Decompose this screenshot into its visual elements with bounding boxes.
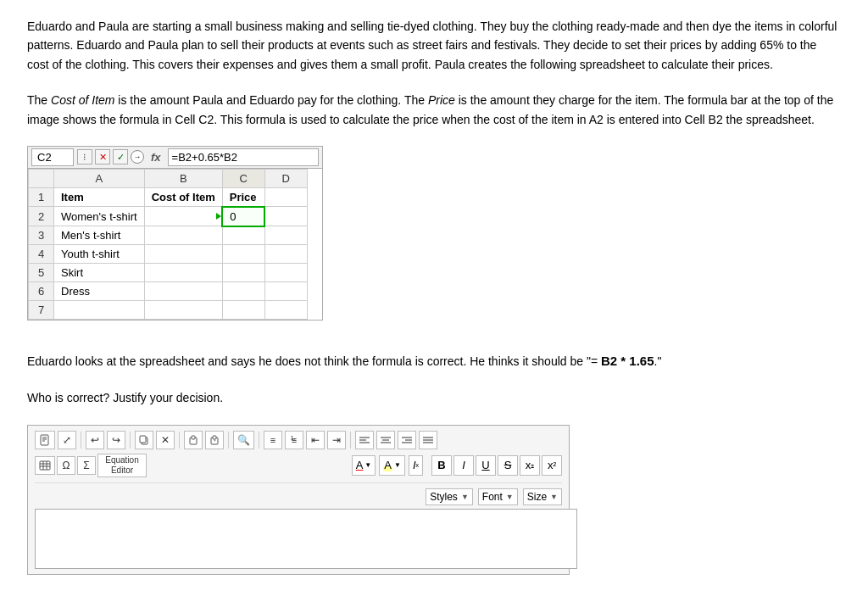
paste-btn[interactable] [184, 431, 203, 449]
col-header-d[interactable]: D [264, 169, 307, 187]
align-right-btn[interactable] [398, 431, 416, 449]
equation-editor-btn[interactable]: Equation Editor [97, 454, 147, 477]
table-row: 2 Women's t-shirt 0 [29, 207, 308, 226]
cell-d2[interactable] [264, 207, 307, 226]
col-header-corner [29, 169, 54, 187]
cell-d1[interactable] [264, 187, 307, 207]
list-btn[interactable]: ≡ [264, 431, 282, 449]
row-num-3: 3 [29, 226, 54, 245]
styles-font-row: Styles ▼ Font ▼ Size ▼ [35, 482, 562, 505]
sep-3 [179, 432, 180, 449]
align-left-btn[interactable] [355, 431, 374, 449]
indent-left-btn[interactable]: ⇤ [306, 431, 325, 449]
expand-icon-btn[interactable]: ⤢ [58, 431, 76, 449]
cell-d5[interactable] [264, 264, 307, 282]
formula-controls: ⁝ ✕ ✓ → [77, 149, 144, 164]
row-num-6: 6 [29, 282, 54, 301]
font-color-btn[interactable]: A ▼ [352, 455, 376, 476]
cancel-formula-btn[interactable]: ✕ [95, 149, 110, 164]
paste-special-btn[interactable]: + [205, 431, 224, 449]
paragraph-2: The Cost of Item is the amount Paula and… [27, 91, 841, 129]
cell-d3[interactable] [264, 226, 307, 245]
cell-a1[interactable]: Item [54, 187, 145, 207]
underline-btn[interactable]: U [476, 455, 496, 476]
table-row: 3 Men's t-shirt [29, 226, 308, 245]
size-arrow: ▼ [550, 493, 558, 501]
cell-c5[interactable] [222, 264, 264, 282]
paragraph-2-italic1: Cost of Item [51, 93, 114, 107]
redo-btn[interactable]: ↪ [107, 431, 125, 449]
font-dropdown[interactable]: Font ▼ [478, 488, 518, 505]
cell-b7[interactable] [144, 301, 222, 320]
cell-a6[interactable]: Dress [54, 282, 145, 301]
table-row: 5 Skirt [29, 264, 308, 282]
cell-c7[interactable] [222, 301, 264, 320]
sep-4 [228, 432, 229, 449]
formula-input[interactable] [168, 148, 319, 166]
cell-c3[interactable] [222, 226, 264, 245]
ordered-list-btn[interactable]: ≡1. [285, 431, 303, 449]
search-btn[interactable]: 🔍 [233, 431, 254, 449]
svg-rect-7 [192, 436, 195, 439]
cut-btn[interactable]: ✕ [156, 431, 175, 449]
cell-b4[interactable] [144, 245, 222, 264]
row-num-7: 7 [29, 301, 54, 320]
cell-b2[interactable] [144, 207, 222, 226]
cell-c2[interactable]: 0 [222, 207, 264, 226]
table-row: 4 Youth t-shirt [29, 245, 308, 264]
col-header-a[interactable]: A [54, 169, 145, 187]
cell-a4[interactable]: Youth t-shirt [54, 245, 145, 264]
sep-2 [130, 432, 131, 449]
cell-c6[interactable] [222, 282, 264, 301]
confirm-formula-btn[interactable]: ✓ [113, 149, 128, 164]
row-num-4: 4 [29, 245, 54, 264]
cell-c1[interactable]: Price [222, 187, 264, 207]
cell-a3[interactable]: Men's t-shirt [54, 226, 145, 245]
cell-a2[interactable]: Women's t-shirt [54, 207, 145, 226]
cell-b6[interactable] [144, 282, 222, 301]
col-header-c[interactable]: C [222, 169, 264, 187]
cell-b3[interactable] [144, 226, 222, 245]
subscript-btn[interactable]: x₂ [520, 455, 540, 476]
justify-btn[interactable] [419, 431, 437, 449]
cell-b1[interactable]: Cost of Item [144, 187, 222, 207]
cell-d7[interactable] [264, 301, 307, 320]
editor-content-area[interactable] [35, 509, 577, 569]
equation-editor-toolbar: ⤢ ↩ ↪ ✕ + 🔍 ≡ ≡1. [27, 425, 570, 575]
editor-textarea[interactable] [42, 516, 570, 559]
cell-c4[interactable] [222, 245, 264, 264]
strikethrough-btn[interactable]: S [498, 455, 518, 476]
align-center-btn[interactable] [376, 431, 395, 449]
omega-btn[interactable]: Ω [57, 456, 75, 475]
sort-btn[interactable]: ⁝ [77, 149, 92, 164]
superscript-btn[interactable]: x² [542, 455, 562, 476]
clear-formatting-btn[interactable]: Ix [409, 455, 423, 476]
copy-btn[interactable] [135, 431, 153, 449]
italic-btn[interactable]: I [453, 455, 474, 476]
highlight-color-btn[interactable]: A ▼ [379, 455, 405, 476]
notebook-icon-btn[interactable] [35, 431, 55, 449]
formula-circle-btn[interactable]: → [131, 150, 144, 164]
indent-right-btn[interactable]: ⇥ [327, 431, 346, 449]
cell-d6[interactable] [264, 282, 307, 301]
paragraph-3-formula: B2 * 1.65 [601, 354, 654, 368]
formula-bar: C2 ⁝ ✕ ✓ → fx [28, 147, 322, 169]
cell-b5[interactable] [144, 264, 222, 282]
table-btn[interactable] [35, 456, 55, 475]
undo-btn[interactable]: ↩ [86, 431, 104, 449]
table-row: 6 Dress [29, 282, 308, 301]
styles-dropdown[interactable]: Styles ▼ [426, 488, 473, 505]
font-arrow: ▼ [506, 493, 514, 501]
size-dropdown[interactable]: Size ▼ [523, 488, 562, 505]
fx-icon: fx [147, 151, 164, 164]
cell-a7[interactable] [54, 301, 145, 320]
styles-label: Styles [430, 491, 458, 503]
paragraph-3: Eduardo looks at the spreadsheet and say… [27, 351, 841, 371]
col-header-b[interactable]: B [144, 169, 222, 187]
bold-btn[interactable]: B [431, 455, 452, 476]
cell-a5[interactable]: Skirt [54, 264, 145, 282]
formatting-group: A ▼ A ▼ Ix B I U S x₂ x² [352, 455, 562, 476]
row-num-5: 5 [29, 264, 54, 282]
sigma-btn[interactable]: Σ [77, 456, 96, 475]
cell-d4[interactable] [264, 245, 307, 264]
